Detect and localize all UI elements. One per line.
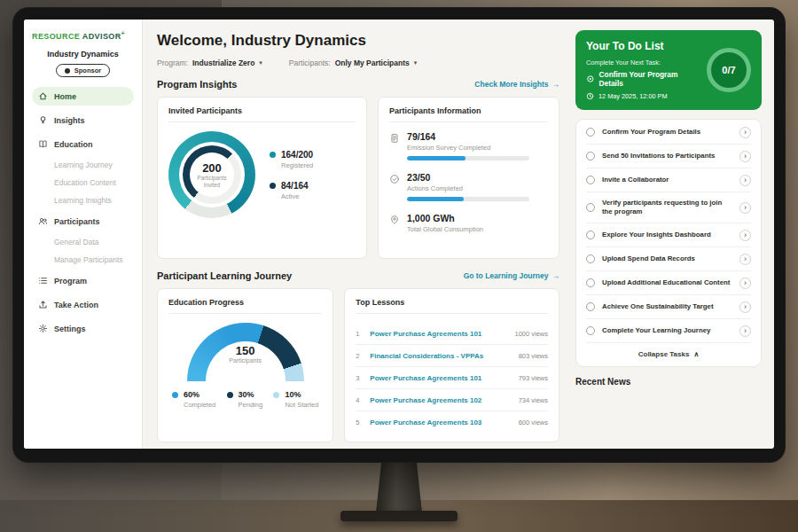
upload-icon [38, 300, 48, 309]
chevron-right-icon[interactable]: › [739, 301, 751, 313]
program-filter-dropdown[interactable]: Program: Industrialize Zero ▾ [157, 59, 262, 67]
todo-next-task[interactable]: Confirm Your Program Details [586, 70, 700, 88]
sidebar-item-label: Education [54, 140, 93, 149]
sponsor-label: Sponsor [74, 66, 101, 74]
task-checkbox[interactable] [586, 176, 595, 184]
legend-dot-blue [172, 392, 178, 398]
task-checkbox[interactable] [586, 302, 595, 311]
chevron-right-icon[interactable]: › [739, 325, 751, 337]
sponsor-badge[interactable]: Sponsor [56, 64, 110, 77]
sidebar-item-learning-insights[interactable]: Learning Insights [32, 192, 134, 208]
card-title: Invited Participants [168, 106, 356, 122]
legend-item-completed: 60% Completed [172, 390, 215, 409]
sidebar-item-settings[interactable]: Settings [32, 319, 134, 338]
legend-value: 164/200 [281, 150, 313, 160]
sidebar-item-participants[interactable]: Participants [32, 212, 134, 231]
task-label: Confirm Your Program Details [602, 128, 732, 137]
task-checkbox[interactable] [586, 278, 595, 287]
progress-bar-fill [407, 156, 466, 160]
todo-task[interactable]: Complete Your Learning Journey › [586, 319, 751, 343]
sidebar-item-home[interactable]: Home [32, 87, 134, 106]
chevron-up-icon: ∧ [693, 350, 699, 358]
legend-label: Active [281, 192, 313, 200]
stat-actions-completed: 23/50 Actions Completed [389, 172, 548, 201]
legend-label: Registered [281, 161, 313, 169]
stat-global-consumption: 1,000 GWh Total Global Consumption [389, 213, 548, 238]
lesson-link[interactable]: Financial Considerations - VPPAs [370, 352, 511, 360]
sidebar-item-learning-journey[interactable]: Learning Journey [32, 157, 134, 173]
card-title: Top Lessons [356, 298, 548, 314]
participants-filter-value: Only My Participants [335, 59, 410, 67]
legend-label: Completed [184, 401, 215, 409]
task-checkbox[interactable] [586, 231, 595, 239]
participants-filter-dropdown[interactable]: Participants: Only My Participants ▾ [289, 59, 417, 67]
lesson-views: 1000 views [514, 330, 548, 338]
check-more-insights-link[interactable]: Check More Insights → [474, 80, 559, 89]
task-label: Verify participants requesting to join t… [602, 199, 732, 217]
sidebar-item-manage-participants[interactable]: Manage Participants [32, 252, 134, 268]
sidebar-item-education[interactable]: Education [32, 135, 134, 153]
legend-dot-navy [270, 183, 276, 189]
task-label: Invite a Collaborator [602, 176, 732, 185]
sidebar-item-label: Program [54, 277, 87, 286]
lesson-link[interactable]: Power Purchase Agreements 101 [370, 374, 511, 382]
todo-task[interactable]: Confirm Your Program Details › [586, 121, 751, 145]
task-label: Upload Additional Educational Content [602, 278, 732, 288]
chevron-right-icon[interactable]: › [739, 278, 751, 289]
legend-value: 84/164 [281, 181, 309, 191]
card-title: Participants Information [389, 106, 548, 122]
todo-task[interactable]: Explore Your Insights Dashboard › [586, 223, 751, 247]
donut-center-value: 200 [202, 161, 222, 175]
sidebar-item-education-content[interactable]: Education Content [32, 175, 134, 191]
chevron-right-icon[interactable]: › [739, 151, 751, 162]
section-title: Participant Learning Journey [157, 270, 292, 281]
todo-task[interactable]: Invite a Collaborator › [586, 168, 751, 192]
gauge-legend: 60% Completed 30% Pending 10% Not Starte… [168, 390, 322, 409]
task-checkbox[interactable] [586, 254, 595, 263]
stat-label: Total Global Consumption [407, 225, 483, 233]
lesson-row: 5 Power Purchase Agreements 103 600 view… [356, 411, 548, 433]
chevron-right-icon[interactable]: › [739, 230, 751, 241]
legend-item-active: 84/164 Active [270, 181, 313, 200]
chevron-down-icon: ▾ [414, 59, 418, 66]
go-to-learning-journey-link[interactable]: Go to Learning Journey → [464, 271, 559, 280]
todo-task[interactable]: Upload Spend Data Records › [586, 247, 751, 271]
sidebar-item-program[interactable]: Program [32, 271, 134, 290]
chevron-right-icon[interactable]: › [739, 254, 751, 265]
todo-task[interactable]: Verify participants requesting to join t… [586, 192, 751, 223]
chevron-right-icon[interactable]: › [739, 202, 751, 214]
todo-task[interactable]: Achieve One Sustainability Target › [586, 295, 751, 319]
task-label: Achieve One Sustainability Target [602, 302, 732, 312]
lesson-link[interactable]: Power Purchase Agreements 101 [370, 330, 507, 338]
stat-label: Actions Completed [407, 184, 529, 192]
task-checkbox[interactable] [586, 152, 595, 160]
sidebar-item-general-data[interactable]: General Data [32, 234, 134, 250]
collapse-tasks-button[interactable]: Collapse Tasks ∧ [586, 343, 751, 365]
lesson-views: 793 views [519, 374, 548, 382]
task-checkbox[interactable] [586, 128, 595, 137]
todo-task[interactable]: Send 50 Invitations to Participants › [586, 145, 751, 168]
task-checkbox[interactable] [586, 326, 595, 335]
logo-plus: + [121, 30, 126, 36]
org-name: Industry Dynamics [32, 50, 134, 59]
donut-center-label: Participants Invited [192, 175, 232, 189]
donut-legend: 164/200 Registered 84/164 Active [270, 150, 313, 200]
lesson-link[interactable]: Power Purchase Agreements 102 [370, 396, 511, 404]
todo-task[interactable]: Upload Additional Educational Content › [586, 271, 751, 295]
todo-progress-value: 0/7 [722, 65, 735, 75]
program-filter-label: Program: [157, 59, 188, 67]
invited-participants-card: Invited Participants 200 Participants In… [157, 97, 367, 259]
list-icon [38, 276, 48, 286]
task-checkbox[interactable] [586, 203, 595, 212]
sidebar-item-insights[interactable]: Insights [32, 111, 134, 129]
lesson-rank: 5 [356, 419, 363, 426]
todo-due-label: 12 May 2025, 12:00 PM [598, 92, 667, 100]
lesson-link[interactable]: Power Purchase Agreements 103 [370, 419, 511, 426]
chevron-right-icon[interactable]: › [739, 175, 751, 186]
legend-value: 10% [285, 390, 301, 399]
chevron-right-icon[interactable]: › [739, 127, 751, 138]
stat-emission-survey: 79/164 Emission Survey Completed [389, 131, 548, 160]
top-lessons-card: Top Lessons 1 Power Purchase Agreements … [344, 288, 559, 442]
sidebar-item-take-action[interactable]: Take Action [32, 295, 134, 314]
learning-journey-header: Participant Learning Journey Go to Learn… [157, 270, 559, 281]
